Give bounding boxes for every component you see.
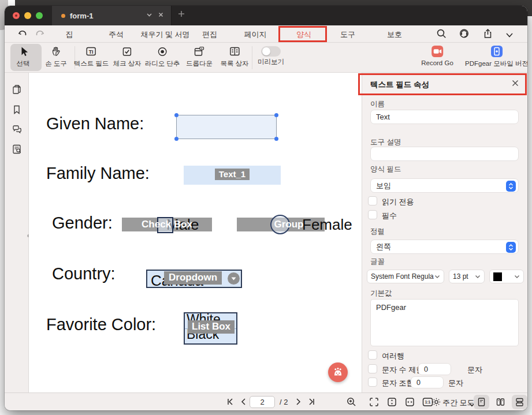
comb-input[interactable] bbox=[411, 376, 444, 388]
page-total-label: / 2 bbox=[280, 398, 288, 406]
char-limit-label: 문자 수 제한 bbox=[382, 365, 423, 375]
country-label: Country: bbox=[52, 264, 116, 283]
text-field-tool-button[interactable]: TI 텍스트 필드 bbox=[74, 44, 109, 68]
char-limit-input[interactable] bbox=[418, 363, 451, 375]
radio-button-tool-button[interactable]: 라디오 단추 bbox=[145, 44, 180, 68]
dropdown-tool-button[interactable]: 드롭다운 bbox=[186, 44, 213, 68]
hand-tool-button[interactable]: 손 도구 bbox=[45, 44, 67, 68]
radio-group-badge: Group bbox=[237, 219, 325, 230]
menu-item-edit[interactable]: 편집 bbox=[202, 29, 217, 40]
favorite-color-label: Favorite Color: bbox=[46, 315, 156, 334]
view-continuous-icon[interactable] bbox=[515, 397, 524, 409]
preview-toggle[interactable] bbox=[261, 46, 281, 57]
selection-handle-bottom-right[interactable] bbox=[274, 137, 278, 141]
dropdown-chevron-button[interactable] bbox=[228, 272, 240, 285]
radio-button-icon bbox=[145, 44, 180, 58]
multiline-checkbox[interactable] bbox=[368, 350, 377, 360]
menu-item-page[interactable]: 페이지 bbox=[244, 29, 267, 40]
selection-handle-top-left[interactable] bbox=[174, 113, 178, 117]
page-number-input[interactable] bbox=[250, 396, 275, 408]
last-page-button[interactable] bbox=[307, 397, 316, 409]
support-icon[interactable] bbox=[459, 28, 470, 42]
minimize-window-button[interactable] bbox=[24, 12, 31, 19]
menu-item-fill-sign[interactable]: 채우기 및 서명 bbox=[140, 29, 189, 40]
fit-height-icon[interactable] bbox=[387, 397, 397, 409]
share-icon[interactable] bbox=[482, 28, 493, 42]
mobile-version-button[interactable]: PDFgear 모바일 버전 bbox=[465, 44, 527, 68]
zoom-icon[interactable] bbox=[347, 397, 356, 409]
document-tab[interactable]: form-1 bbox=[52, 6, 171, 25]
form-field-value: 보임 bbox=[376, 181, 391, 191]
close-window-button[interactable] bbox=[13, 12, 20, 19]
pdf-page: Given Name: Family Name: Text_1 Gender: … bbox=[29, 73, 362, 392]
chevron-down-icon bbox=[434, 275, 440, 279]
font-label: 글꼴 bbox=[370, 257, 385, 267]
page-thumbnails-icon[interactable] bbox=[12, 84, 22, 97]
checkbox-tool-button[interactable]: 체크 상자 bbox=[113, 44, 141, 68]
record-go-button[interactable]: Record Go bbox=[421, 44, 453, 66]
family-name-text-field[interactable]: Text_1 bbox=[184, 166, 281, 185]
select-tool-button[interactable]: 선택 bbox=[17, 44, 30, 68]
tab-close-icon[interactable] bbox=[157, 11, 165, 20]
undo-icon[interactable] bbox=[17, 28, 28, 41]
default-value-label: 기본값 bbox=[370, 289, 392, 298]
tab-chevron-down-icon[interactable] bbox=[146, 11, 153, 20]
next-page-button[interactable] bbox=[293, 397, 303, 409]
menu-item-home[interactable]: 집 bbox=[66, 29, 73, 40]
unsaved-dot bbox=[61, 14, 65, 18]
menu-bar: 집 주석 채우기 및 서명 편집 페이지 양식 도구 보호 bbox=[5, 25, 527, 43]
comments-icon[interactable] bbox=[12, 124, 23, 137]
listbox-name-badge: List Box bbox=[188, 320, 235, 334]
comb-label: 문자 조합 bbox=[382, 378, 414, 388]
fit-page-icon[interactable] bbox=[369, 397, 379, 409]
tooltip-label: 도구 설명 bbox=[370, 137, 401, 147]
menu-item-annotate[interactable]: 주석 bbox=[109, 29, 124, 40]
zoom-window-button[interactable] bbox=[36, 12, 43, 19]
previous-page-button[interactable] bbox=[239, 397, 248, 409]
collapse-ribbon-chevron-icon[interactable] bbox=[505, 31, 514, 41]
first-page-button[interactable] bbox=[226, 397, 235, 409]
menu-item-form[interactable]: 양식 bbox=[296, 29, 311, 40]
search-icon[interactable] bbox=[436, 28, 447, 42]
dropdown-name-badge: Dropdown bbox=[164, 271, 222, 285]
name-input[interactable] bbox=[370, 110, 519, 124]
comb-checkbox[interactable] bbox=[368, 377, 377, 387]
required-checkbox[interactable] bbox=[368, 210, 377, 219]
align-select[interactable]: 왼쪽 bbox=[370, 240, 519, 254]
menu-item-tools[interactable]: 도구 bbox=[340, 29, 355, 40]
checkbox-name-badge: Check Box bbox=[122, 219, 212, 230]
default-value-textarea[interactable]: PDFgear bbox=[370, 299, 519, 346]
font-size-dropdown[interactable]: 13 pt bbox=[449, 270, 485, 283]
svg-text:1:1: 1:1 bbox=[425, 400, 431, 404]
content-area: Given Name: Family Name: Text_1 Gender: … bbox=[5, 73, 527, 392]
svg-text:TI: TI bbox=[89, 49, 94, 55]
select-stepper-icon bbox=[506, 242, 516, 253]
given-name-text-field[interactable] bbox=[176, 115, 277, 139]
panel-close-icon[interactable] bbox=[511, 79, 519, 89]
preview-toggle-group: 미리보기 bbox=[258, 44, 284, 66]
selection-handle-bottom-left[interactable] bbox=[174, 137, 178, 141]
tab-title: form-1 bbox=[70, 12, 93, 20]
readonly-checkbox[interactable] bbox=[368, 196, 377, 205]
annotation-list-icon[interactable] bbox=[12, 144, 23, 157]
view-two-page-icon[interactable] bbox=[496, 397, 505, 409]
listbox-tool-button[interactable]: 목록 상자 bbox=[220, 44, 248, 68]
toolbar-divider bbox=[252, 46, 252, 69]
font-color-dropdown[interactable] bbox=[489, 270, 524, 283]
align-label: 정렬 bbox=[370, 227, 385, 237]
new-tab-button[interactable] bbox=[177, 9, 186, 21]
form-field-select[interactable]: 보임 bbox=[370, 178, 519, 193]
font-size-value: 13 pt bbox=[453, 272, 475, 281]
given-name-label: Given Name: bbox=[46, 114, 144, 133]
font-family-dropdown[interactable]: System Font Regula bbox=[367, 270, 444, 283]
bookmarks-icon[interactable] bbox=[12, 104, 22, 117]
view-single-page-icon[interactable] bbox=[477, 397, 486, 409]
menu-item-protect[interactable]: 보호 bbox=[387, 29, 402, 40]
selection-handle-top-right[interactable] bbox=[274, 113, 278, 117]
ai-assistant-button[interactable] bbox=[328, 362, 348, 382]
robot-icon bbox=[332, 366, 344, 379]
fit-width-icon[interactable] bbox=[405, 397, 415, 409]
char-limit-checkbox[interactable] bbox=[368, 364, 377, 373]
redo-icon[interactable] bbox=[35, 28, 45, 41]
tooltip-input[interactable] bbox=[370, 147, 519, 161]
